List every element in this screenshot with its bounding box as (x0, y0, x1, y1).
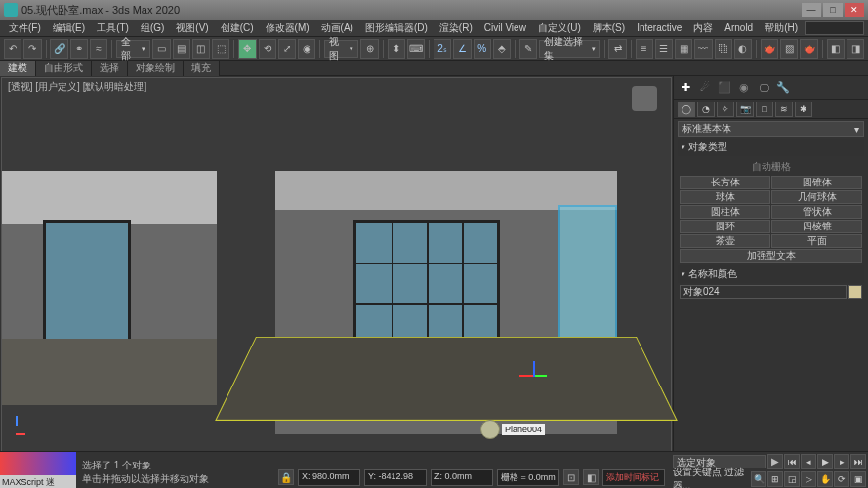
coord-z-input[interactable]: Z: 0.0mm (431, 469, 493, 486)
systems-icon[interactable]: ✱ (795, 102, 812, 117)
select-rotate-button[interactable]: ⟲ (259, 39, 276, 59)
next-frame-button[interactable]: ▸ (834, 454, 849, 469)
close-button[interactable]: ✕ (845, 3, 864, 17)
geometry-icon[interactable]: ◯ (678, 102, 695, 117)
menu-help[interactable]: 帮助(H) (760, 20, 803, 36)
cameras-icon[interactable]: 📷 (736, 102, 754, 117)
zoom-extents-button[interactable]: ◲ (784, 471, 800, 487)
create-tab-icon[interactable]: ✚ (678, 80, 693, 96)
tube-button[interactable]: 管状体 (771, 205, 862, 219)
utilities-tab-icon[interactable]: 🔧 (775, 80, 791, 96)
select-manipulate-button[interactable]: ⬍ (388, 39, 405, 59)
shapes-icon[interactable]: ◔ (697, 102, 715, 117)
menu-group[interactable]: 组(G) (136, 20, 169, 36)
select-by-name-button[interactable]: ▤ (173, 39, 190, 59)
fov-button[interactable]: ▷ (801, 471, 816, 487)
object-category-dropdown[interactable]: 标准基本体▾ (678, 121, 864, 137)
plane-button[interactable]: 平面 (771, 234, 862, 248)
mirror-button[interactable]: ⇄ (608, 39, 626, 59)
autokey-button[interactable]: ▶ (767, 454, 783, 469)
menu-civilview[interactable]: Civil View (479, 21, 531, 34)
menu-view[interactable]: 视图(V) (171, 20, 213, 36)
lock-selection-icon[interactable]: 🔒 (278, 469, 294, 485)
tab-populate[interactable]: 填充 (184, 61, 220, 76)
perspective-viewport[interactable]: Plane004 [透视] [用户定义] [默认明暗处理] (1, 77, 672, 487)
orbit-button[interactable]: ⟳ (834, 471, 849, 487)
motion-tab-icon[interactable]: ◉ (736, 80, 752, 96)
transform-gizmo-icon[interactable] (519, 361, 549, 390)
percent-snap-button[interactable]: % (474, 39, 491, 59)
box-button[interactable]: 长方体 (680, 176, 770, 189)
pan-button[interactable]: ✋ (817, 471, 833, 487)
edit-named-sel-button[interactable]: ✎ (519, 39, 537, 59)
search-input[interactable] (805, 21, 864, 35)
object-color-swatch[interactable] (848, 285, 862, 299)
spinner-snap-button[interactable]: ⬘ (493, 39, 511, 59)
cylinder-button[interactable]: 圆柱体 (680, 205, 770, 219)
textplus-button[interactable]: 加强型文本 (680, 249, 862, 263)
play-button[interactable]: ▶ (817, 454, 833, 469)
menu-file[interactable]: 文件(F) (4, 20, 46, 36)
menu-animation[interactable]: 动画(A) (316, 20, 358, 36)
menu-tools[interactable]: 工具(T) (92, 20, 134, 36)
autogrid-checkbox[interactable]: 自动栅格 (680, 158, 862, 176)
goto-end-button[interactable]: ⏭ (850, 454, 866, 469)
menu-content[interactable]: 内容 (688, 20, 718, 36)
select-region-button[interactable]: ◫ (192, 39, 210, 59)
object-name-input[interactable] (680, 285, 847, 299)
snap-toggle-button[interactable]: 2͏ₛ (434, 39, 451, 59)
torus-button[interactable]: 圆环 (680, 220, 770, 233)
geosphere-button[interactable]: 几何球体 (771, 190, 862, 204)
tab-modeling[interactable]: 建模 (0, 61, 36, 76)
cone-button[interactable]: 圆锥体 (771, 176, 862, 189)
addtime-label[interactable]: 添加时间标记 (602, 469, 665, 486)
sphere-button[interactable]: 球体 (680, 190, 770, 204)
window-crossing-button[interactable]: ⬚ (212, 39, 229, 59)
redo-button[interactable]: ↷ (23, 39, 41, 59)
select-object-button[interactable]: ▭ (152, 39, 170, 59)
link-button[interactable]: 🔗 (50, 39, 67, 59)
rollout-header-namecolor[interactable]: 名称和颜色 (678, 265, 864, 283)
pyramid-button[interactable]: 四棱锥 (771, 220, 862, 233)
select-scale-button[interactable]: ⤢ (278, 39, 296, 59)
undo-button[interactable]: ↶ (4, 39, 21, 59)
toggle-ribbon-button[interactable]: ▦ (675, 39, 692, 59)
menu-arnold[interactable]: Arnold (720, 21, 758, 34)
layer-explorer-button[interactable]: ☰ (655, 39, 673, 59)
angle-snap-button[interactable]: ∠ (453, 39, 471, 59)
rollout-header-objecttype[interactable]: 对象类型 (678, 139, 864, 156)
hierarchy-tab-icon[interactable]: ⬛ (717, 80, 732, 96)
minimize-button[interactable]: — (802, 3, 821, 17)
zoom-all-button[interactable]: ⊞ (767, 471, 783, 487)
tab-selection[interactable]: 选择 (92, 61, 128, 76)
menu-edit[interactable]: 编辑(E) (48, 20, 90, 36)
lights-icon[interactable]: ✧ (717, 102, 734, 117)
selection-filter-dropdown[interactable]: 全部 (116, 40, 150, 58)
menu-rendering[interactable]: 渲染(R) (434, 20, 477, 36)
tab-objectpaint[interactable]: 对象绘制 (128, 61, 184, 76)
helpers-icon[interactable]: □ (756, 102, 773, 117)
menu-modifiers[interactable]: 修改器(M) (261, 20, 314, 36)
rendered-frame-button[interactable]: ▨ (780, 39, 798, 59)
keyboard-shortcut-button[interactable]: ⌨ (407, 39, 425, 59)
menu-create[interactable]: 创建(C) (216, 20, 259, 36)
menu-interactive[interactable]: Interactive (632, 21, 686, 34)
render-production-button[interactable]: 🫖 (800, 39, 817, 59)
open-po-button[interactable]: ◨ (847, 39, 864, 59)
align-button[interactable]: ≡ (636, 39, 653, 59)
viewcube-icon[interactable] (632, 86, 657, 111)
open-ae-button[interactable]: ◧ (827, 39, 845, 59)
prev-frame-button[interactable]: ◂ (801, 454, 816, 469)
coord-y-input[interactable]: Y: -8412.98 (364, 469, 427, 486)
schematic-view-button[interactable]: ⿻ (715, 39, 732, 59)
coord-x-input[interactable]: X: 980.0mm (298, 469, 360, 486)
select-move-button[interactable]: ✥ (238, 39, 256, 59)
menu-customize[interactable]: 自定义(U) (533, 20, 586, 36)
maximize-viewport-button[interactable]: ▣ (850, 471, 866, 487)
menu-scripting[interactable]: 脚本(S) (588, 20, 630, 36)
teapot-button[interactable]: 茶壶 (680, 234, 770, 248)
display-tab-icon[interactable]: 🖵 (756, 80, 771, 96)
use-pivot-button[interactable]: ⊕ (360, 39, 378, 59)
select-place-button[interactable]: ◉ (298, 39, 315, 59)
tab-freeform[interactable]: 自由形式 (36, 61, 92, 76)
